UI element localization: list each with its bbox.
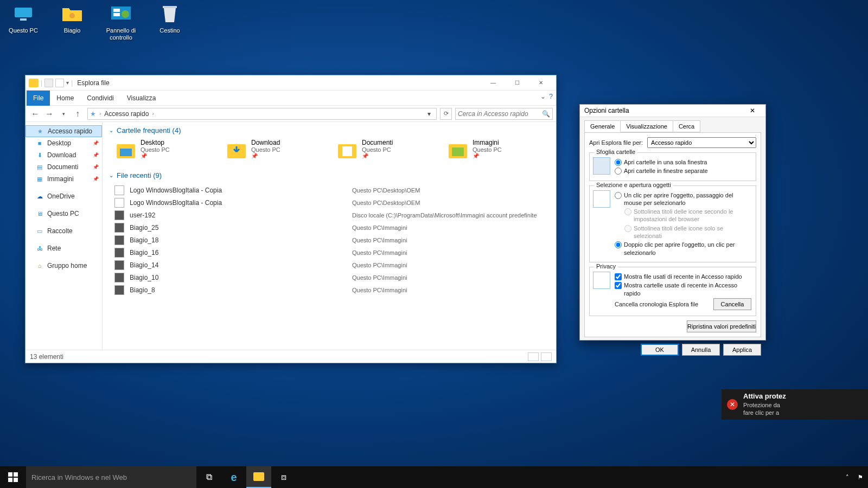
recent-file-row[interactable]: Biagio_10Questo PC\Immagini: [114, 271, 550, 284]
radio-new-window[interactable]: Apri cartelle in finestre separate: [615, 167, 751, 175]
open-explorer-select[interactable]: Accesso rapido: [647, 137, 756, 148]
tab-file[interactable]: File: [27, 91, 50, 106]
tab-view[interactable]: Visualizza: [120, 91, 163, 106]
qat-properties-icon[interactable]: [44, 79, 53, 87]
nav-documents[interactable]: ▤Documenti📌: [25, 161, 102, 173]
restore-defaults-button[interactable]: Ripristina valori predefiniti: [687, 320, 756, 332]
search-input[interactable]: [458, 110, 542, 118]
recent-file-row[interactable]: Biagio_8Questo PC\Immagini: [114, 284, 550, 296]
qat-newfolder-icon[interactable]: [55, 79, 64, 87]
view-large-button[interactable]: [541, 352, 552, 361]
nav-collections[interactable]: ▭Raccolte: [25, 225, 102, 237]
dialog-close-button[interactable]: ✕: [744, 105, 761, 117]
frequent-folders-header[interactable]: ⌄ Cartelle frequenti (4): [109, 126, 550, 134]
checkbox-show-recent-files[interactable]: Mostra file usati di recente in Accesso …: [615, 273, 751, 280]
pin-icon: 📌: [93, 152, 99, 158]
file-explorer-button[interactable]: [246, 466, 271, 488]
forward-button[interactable]: →: [43, 107, 56, 120]
nav-download[interactable]: ⬇Download📌: [25, 149, 102, 161]
apply-button[interactable]: Applica: [723, 344, 761, 356]
nav-quick-access[interactable]: ★Accesso rapido: [25, 125, 102, 137]
frequent-folder[interactable]: DocumentiQuesto PC📌: [336, 139, 433, 162]
search-icon[interactable]: 🔍: [542, 110, 550, 118]
nav-homegroup[interactable]: ⌂Gruppo home: [25, 260, 102, 272]
address-bar[interactable]: ★ › Accesso rapido › ▾: [87, 108, 437, 120]
address-dropdown-icon[interactable]: ▾: [424, 110, 434, 118]
dialog-body: Apri Esplora file per: Accesso rapido Sf…: [584, 132, 761, 337]
frequent-folder[interactable]: DownloadQuesto PC📌: [225, 139, 323, 162]
system-tray: ˄ ⚑: [843, 466, 868, 488]
desktop-icon-questo-pc[interactable]: Questo PC: [3, 3, 43, 41]
monitor-icon: [12, 3, 34, 25]
frequent-folder[interactable]: ImmaginiQuesto PC📌: [446, 139, 544, 162]
tray-chevron-icon[interactable]: ˄: [843, 473, 852, 481]
cancel-button[interactable]: Annulla: [682, 344, 720, 356]
store-icon: ⧈: [281, 472, 286, 482]
qat-dropdown-icon[interactable]: ▾: [66, 80, 69, 86]
up-button[interactable]: ↑: [71, 107, 84, 120]
recent-file-row[interactable]: Biagio_25Questo PC\Immagini: [114, 221, 550, 234]
nav-network[interactable]: 🖧Rete: [25, 242, 102, 254]
dialog-tab-general[interactable]: Generale: [584, 120, 621, 132]
tray-defender-icon[interactable]: ⚑: [856, 473, 865, 481]
desktop-icon-recycle-bin[interactable]: Cestino: [150, 3, 190, 41]
dialog-tab-search[interactable]: Cerca: [673, 120, 700, 132]
radio-single-click[interactable]: Un clic per aprire l'oggetto, passaggio …: [615, 191, 751, 207]
control-panel-icon: [110, 3, 132, 25]
radio-same-window[interactable]: Apri cartelle in una sola finestra: [615, 158, 751, 166]
recent-file-row[interactable]: Logo WindowsBlogItalia - CopiaQuesto PC\…: [114, 184, 550, 196]
task-view-button[interactable]: ⧉: [196, 466, 221, 488]
pin-icon: 📌: [93, 176, 99, 182]
nav-onedrive[interactable]: ☁OneDrive: [25, 190, 102, 202]
nav-this-pc[interactable]: 🖥Questo PC: [25, 208, 102, 220]
desktop-icon-control-panel[interactable]: Pannello di controllo: [101, 3, 141, 41]
pin-icon: 📌: [251, 153, 280, 159]
edge-button[interactable]: e: [221, 466, 246, 488]
breadcrumb[interactable]: Accesso rapido: [104, 110, 149, 118]
dialog-titlebar: Opzioni cartella ✕: [580, 105, 765, 117]
clear-history-button[interactable]: Cancella: [713, 298, 751, 310]
ribbon-collapse-icon[interactable]: ⌄: [540, 93, 546, 100]
svg-rect-9: [120, 149, 132, 156]
recent-file-row[interactable]: Biagio_14Questo PC\Immagini: [114, 259, 550, 271]
maximize-button[interactable]: ☐: [505, 75, 529, 91]
search-box[interactable]: 🔍: [455, 108, 553, 120]
recent-files-header[interactable]: ⌄ File recenti (9): [109, 171, 550, 179]
svg-rect-7: [163, 6, 177, 8]
radio-double-click[interactable]: Doppio clic per aprire l'oggetto, un cli…: [615, 241, 751, 256]
privacy-group: Privacy Mostra file usati di recente in …: [589, 267, 756, 316]
chevron-right-icon: ›: [152, 111, 154, 117]
close-button[interactable]: ✕: [529, 75, 553, 91]
desktop-icon-user[interactable]: Biagio: [52, 3, 92, 41]
recent-file-row[interactable]: Biagio_18Questo PC\Immagini: [114, 234, 550, 246]
tab-share[interactable]: Condividi: [80, 91, 120, 106]
store-button[interactable]: ⧈: [271, 466, 296, 488]
network-icon: 🖧: [35, 244, 44, 253]
view-details-button[interactable]: [528, 352, 539, 361]
svg-rect-18: [14, 478, 18, 482]
cortana-search-box[interactable]: Ricerca in Windows e nel Web: [26, 466, 196, 488]
notification-toast[interactable]: ✕ Attiva protez Protezione da fare clic …: [722, 389, 868, 420]
toast-line1: Protezione da: [743, 401, 786, 409]
nav-desktop[interactable]: ■Desktop📌: [25, 137, 102, 149]
navigation-pane: ★Accesso rapido ■Desktop📌 ⬇Download📌 ▤Do…: [25, 122, 103, 350]
svg-rect-4: [113, 9, 120, 12]
nav-pictures[interactable]: ▦Immagini📌: [25, 173, 102, 185]
dialog-tab-view[interactable]: Visualizzazione: [620, 120, 673, 132]
recent-locations-button[interactable]: ▾: [57, 107, 70, 120]
help-icon[interactable]: ?: [549, 93, 553, 100]
desktop-icons-area: Questo PC Biagio Pannello di controllo C…: [3, 3, 190, 41]
window-title: Esplora file: [77, 79, 109, 87]
back-button[interactable]: ←: [29, 107, 42, 120]
toast-line2: fare clic per a: [743, 409, 786, 416]
start-button[interactable]: [0, 466, 26, 488]
ok-button[interactable]: OK: [641, 344, 679, 356]
minimize-button[interactable]: —: [481, 75, 505, 91]
tab-home[interactable]: Home: [50, 91, 80, 106]
frequent-folder[interactable]: DesktopQuesto PC📌: [114, 139, 212, 162]
checkbox-show-recent-folders[interactable]: Mostra cartelle usate di recente in Acce…: [615, 281, 751, 297]
recent-file-row[interactable]: user-192Disco locale (C:)\ProgramData\Mi…: [114, 209, 550, 221]
recent-file-row[interactable]: Biagio_16Questo PC\Immagini: [114, 246, 550, 259]
recent-file-row[interactable]: Logo WindowsBlogItalia - CopiaQuesto PC\…: [114, 196, 550, 209]
refresh-button[interactable]: ⟳: [440, 108, 452, 120]
